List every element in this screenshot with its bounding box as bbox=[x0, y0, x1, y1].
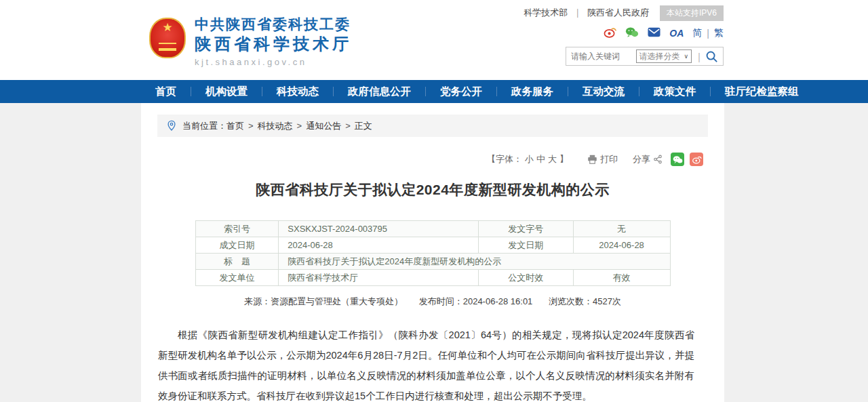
meta-label-written-date: 成文日期 bbox=[195, 237, 279, 254]
site-brand[interactable]: ★ 中共陕西省委科技工委 陕西省科学技术厅 kjt.shaanxi.gov.cn bbox=[149, 15, 352, 67]
meta-label-title: 标 题 bbox=[195, 254, 279, 270]
org-name-line2: 陕西省科学技术厅 bbox=[195, 33, 352, 54]
view-count: 浏览次数：4527次 bbox=[549, 296, 621, 306]
breadcrumb-current: 正文 bbox=[355, 120, 372, 132]
header-utilities: 科学技术部 ｜ 陕西省人民政府 本站支持IPV6 bbox=[524, 5, 724, 66]
meta-label-issue-date: 发文日期 bbox=[478, 237, 573, 254]
article-source: 来源：资源配置与管理处（重大专项处） bbox=[244, 296, 403, 306]
breadcrumb-home[interactable]: 首页 bbox=[226, 120, 244, 132]
publish-time: 发布时间：2024-06-28 16:01 bbox=[419, 296, 533, 306]
top-links-separator: ｜ bbox=[573, 7, 582, 19]
font-size-medium-button[interactable]: 中 bbox=[536, 153, 545, 165]
lang-traditional[interactable]: 繁 bbox=[714, 27, 724, 39]
meta-label-doc-no: 发文字号 bbox=[478, 221, 573, 237]
meta-label-index-no: 索引号 bbox=[195, 221, 279, 237]
site-url: kjt.shaanxi.gov.cn bbox=[195, 57, 352, 67]
share-wechat-button[interactable] bbox=[671, 153, 684, 166]
nav-item-tech-news[interactable]: 科技动态 bbox=[262, 80, 333, 103]
meta-value-issue-date: 2024-06-28 bbox=[573, 237, 670, 254]
meta-value-issuing-unit: 陕西省科学技术厅 bbox=[279, 270, 479, 286]
wechat-icon[interactable] bbox=[625, 26, 639, 41]
nav-item-party-affairs[interactable]: 党务公开 bbox=[426, 80, 496, 103]
printer-icon bbox=[587, 155, 597, 164]
breadcrumb: 当前位置： 首页 > 科技动态 > 通知公告 > 正文 bbox=[157, 115, 708, 137]
top-links-row: 科学技术部 ｜ 陕西省人民政府 本站支持IPV6 bbox=[524, 5, 724, 20]
table-row: 索引号 SXSKXJST-2024-003795 发文字号 无 bbox=[195, 221, 670, 237]
share-button[interactable]: 分享 bbox=[633, 153, 665, 165]
font-size-control: 【字体： 小 中 大 】 bbox=[486, 153, 570, 165]
nav-item-interaction[interactable]: 互动交流 bbox=[568, 80, 639, 103]
table-row: 标 题 陕西省科技厅关于拟认定2024年度新型研发机构的公示 bbox=[195, 254, 670, 270]
search-input[interactable] bbox=[571, 52, 636, 61]
nav-item-gov-info[interactable]: 政府信息公开 bbox=[334, 80, 425, 103]
brand-text: 中共陕西省委科技工委 陕西省科学技术厅 kjt.shaanxi.gov.cn bbox=[195, 15, 352, 67]
breadcrumb-tech-news[interactable]: 科技动态 bbox=[258, 120, 293, 132]
category-select-value: 请选择分类 bbox=[639, 51, 680, 62]
main-navigation: 首页 机构设置 科技动态 政府信息公开 党务公开 政务服务 互动交流 政策文件 … bbox=[0, 80, 868, 103]
emblem-star-icon: ★ bbox=[162, 22, 172, 33]
print-label: 打印 bbox=[600, 153, 618, 165]
breadcrumb-notices[interactable]: 通知公告 bbox=[306, 120, 341, 132]
meta-label-validity: 公文时效 bbox=[478, 270, 573, 286]
org-name-line1: 中共陕西省委科技工委 bbox=[195, 15, 352, 33]
table-row: 成文日期 2024-06-28 发文日期 2024-06-28 bbox=[195, 237, 670, 254]
breadcrumb-label: 当前位置： bbox=[182, 120, 226, 132]
search-box: 请选择分类 ∨ | bbox=[566, 47, 724, 66]
site-header: ★ 中共陕西省委科技工委 陕西省科学技术厅 kjt.shaanxi.gov.cn… bbox=[0, 0, 868, 80]
link-most[interactable]: 科学技术部 bbox=[524, 7, 568, 19]
print-button[interactable]: 打印 bbox=[585, 153, 618, 165]
oa-link[interactable]: OA bbox=[669, 28, 684, 39]
national-emblem-logo: ★ bbox=[149, 18, 186, 58]
search-button[interactable] bbox=[705, 50, 718, 63]
category-select[interactable]: 请选择分类 ∨ bbox=[636, 49, 692, 63]
lang-divider: | bbox=[707, 28, 709, 39]
font-size-suffix: 】 bbox=[559, 153, 568, 165]
nav-item-org[interactable]: 机构设置 bbox=[191, 80, 262, 103]
nav-items-container: 首页 机构设置 科技动态 政府信息公开 党务公开 政务服务 互动交流 政策文件 … bbox=[141, 80, 813, 103]
page-title: 陕西省科技厅关于拟认定2024年度新型研发机构的公示 bbox=[141, 180, 724, 199]
body-paragraph: 根据《陕西省新型研发机构组建认定工作指引》（陕科办发〔2021〕64号）的相关规… bbox=[158, 325, 694, 402]
content-card: 当前位置： 首页 > 科技动态 > 通知公告 > 正文 【字体： 小 中 大 】… bbox=[141, 103, 724, 402]
nav-item-gov-services[interactable]: 政务服务 bbox=[497, 80, 568, 103]
share-nodes-icon bbox=[653, 155, 663, 164]
article-controls: 【字体： 小 中 大 】 打印 分享 bbox=[141, 153, 703, 166]
search-divider: | bbox=[698, 51, 701, 62]
meta-value-written-date: 2024-06-28 bbox=[279, 237, 479, 254]
nav-item-discipline-inspection[interactable]: 驻厅纪检监察组 bbox=[711, 80, 813, 103]
table-row: 发文单位 陕西省科学技术厅 公文时效 有效 bbox=[195, 270, 670, 286]
meta-value-doc-no: 无 bbox=[573, 221, 670, 237]
share-weibo-button[interactable] bbox=[690, 153, 703, 166]
nav-item-home[interactable]: 首页 bbox=[141, 80, 191, 103]
search-icon bbox=[705, 50, 718, 63]
share-label: 分享 bbox=[633, 153, 650, 165]
document-meta-table: 索引号 SXSKXJST-2024-003795 发文字号 无 成文日期 202… bbox=[195, 220, 671, 286]
weibo-icon[interactable] bbox=[604, 26, 616, 41]
meta-label-issuing-unit: 发文单位 bbox=[195, 270, 279, 286]
wechat-icon bbox=[673, 155, 683, 164]
chevron-down-icon: ∨ bbox=[684, 53, 689, 60]
location-pin-icon bbox=[166, 120, 177, 132]
font-size-large-button[interactable]: 大 bbox=[548, 153, 557, 165]
font-size-prefix: 【字体： bbox=[487, 153, 522, 165]
meta-value-index-no: SXSKXJST-2024-003795 bbox=[279, 221, 479, 237]
meta-value-title: 陕西省科技厅关于拟认定2024年度新型研发机构的公示 bbox=[279, 254, 670, 270]
breadcrumb-arrow: > bbox=[297, 121, 302, 131]
breadcrumb-arrow: > bbox=[345, 121, 351, 131]
search-row: 请选择分类 ∨ | bbox=[566, 47, 724, 66]
lang-simplified[interactable]: 简 bbox=[692, 27, 702, 39]
breadcrumb-arrow: > bbox=[248, 121, 254, 131]
mail-icon[interactable] bbox=[648, 27, 660, 40]
source-line: 来源：资源配置与管理处（重大专项处） 发布时间：2024-06-28 16:01… bbox=[141, 296, 724, 308]
social-icon-row: OA 简 | 繁 bbox=[595, 26, 724, 40]
article-body: 根据《陕西省新型研发机构组建认定工作指引》（陕科办发〔2021〕64号）的相关规… bbox=[141, 308, 724, 402]
meta-value-validity: 有效 bbox=[573, 270, 670, 286]
font-size-small-button[interactable]: 小 bbox=[525, 153, 534, 165]
nav-item-policy-docs[interactable]: 政策文件 bbox=[639, 80, 710, 103]
language-switcher: 简 | 繁 bbox=[692, 27, 724, 39]
emblem-gate-icon bbox=[159, 43, 176, 51]
ipv6-badge: 本站支持IPV6 bbox=[660, 5, 724, 21]
link-provincial-gov[interactable]: 陕西省人民政府 bbox=[587, 7, 649, 19]
weibo-icon bbox=[692, 155, 702, 164]
